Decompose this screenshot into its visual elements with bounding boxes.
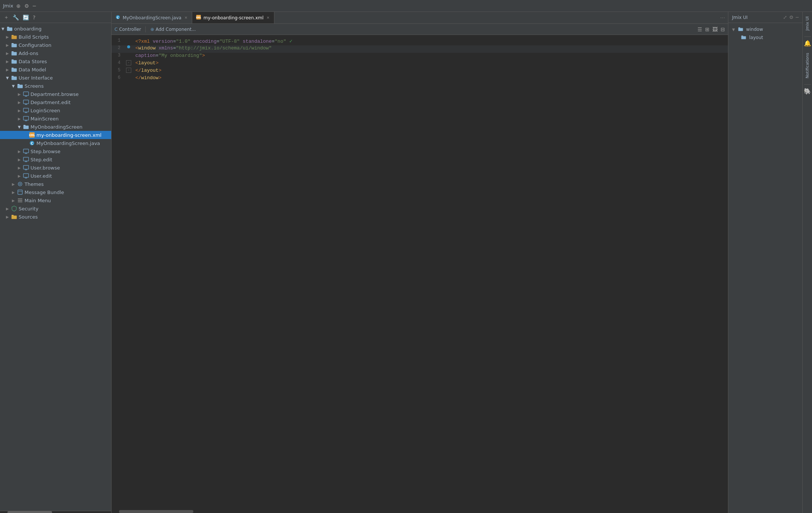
tree-icon-data-stores [11, 58, 17, 64]
fold-button-5[interactable]: - [126, 68, 131, 73]
svg-rect-34 [23, 174, 29, 177]
svg-point-38 [19, 183, 21, 185]
title-icons: ⊕ ⚙ ─ [16, 3, 36, 9]
sidebar-toolbar: ＋ 🔧 🔄 ? [0, 12, 111, 23]
help-button[interactable]: ? [32, 14, 36, 21]
minimize-icon[interactable]: ─ [33, 3, 36, 9]
tree-label-my-onboarding-xml: my-onboarding-screen.xml [36, 132, 102, 138]
sidebar-item-main-screen[interactable]: ▶MainScreen [0, 114, 111, 123]
add-button[interactable]: ＋ [3, 13, 10, 22]
tab-myonboarding-xml[interactable]: XMLmy-onboarding-screen.xml✕ [192, 12, 274, 23]
sidebar-item-themes[interactable]: ▶Themes [0, 180, 111, 188]
tab-close-myonboarding-xml[interactable]: ✕ [266, 15, 270, 20]
globe-icon[interactable]: ⊕ [16, 3, 21, 9]
tree-label-login-screen: LoginScreen [30, 108, 60, 113]
tree-arrow-user-interface: ▼ [6, 76, 11, 80]
editor-scrollbar[interactable] [112, 510, 728, 513]
settings-tool-button[interactable]: 🔧 [12, 14, 20, 21]
sidebar-item-dept-browse[interactable]: ▶Department.browse [0, 90, 111, 98]
ui-tree-item-layout[interactable]: layout [731, 33, 800, 42]
line-content-2: <window xmlns="http://jmix.io/schema/ui/… [132, 45, 728, 51]
controller-button[interactable]: C Controller [115, 27, 141, 32]
sidebar-item-sources[interactable]: ▶Sources [0, 213, 111, 221]
sidebar-item-login-screen[interactable]: ▶LoginScreen [0, 106, 111, 114]
svg-rect-8 [23, 92, 29, 96]
tree-label-step-edit: Step.edit [30, 157, 52, 162]
sidebar-item-screens[interactable]: ▼Screens [0, 82, 111, 90]
settings-icon[interactable]: ⚙ [25, 3, 29, 9]
sidebar-item-build-scripts[interactable]: ▶Build Scripts [0, 33, 111, 41]
tree-icon-dept-browse [23, 91, 29, 97]
sidebar-item-configuration[interactable]: ▶Configuration [0, 41, 111, 49]
sidebar-item-my-onboarding-xml[interactable]: XMLmy-onboarding-screen.xml [0, 131, 111, 139]
tree-icon-security [11, 206, 17, 212]
sidebar-item-onboarding[interactable]: ▼onboarding [0, 25, 111, 33]
tree-icon-build-scripts [11, 34, 17, 40]
tab-label-myonboarding-java: MyOnboardingScreen.java [123, 15, 181, 20]
tab-myonboarding-java[interactable]: CMyOnboardingScreen.java✕ [112, 12, 192, 23]
tab-icon-myonboarding-xml: XML [196, 14, 201, 21]
sidebar-item-step-browse[interactable]: ▶Step.browse [0, 147, 111, 155]
strip-divider-1 [804, 36, 811, 37]
svg-rect-5 [12, 68, 17, 72]
check-icon-1: ✓ [286, 38, 293, 44]
image-view-button[interactable]: 🖼 [712, 26, 718, 32]
tree-arrow-main-menu: ▶ [12, 199, 17, 203]
line-gutter-5: - [125, 68, 132, 73]
list-view-button[interactable]: ☰ [697, 26, 702, 32]
svg-rect-1 [12, 36, 17, 39]
fold-button-4[interactable]: - [126, 60, 131, 65]
tab-close-myonboarding-java[interactable]: ✕ [184, 15, 188, 20]
strip-divider-2 [804, 84, 811, 85]
split-view-button[interactable]: ⊞ [705, 26, 710, 32]
gear-panel-icon[interactable]: ⚙ [789, 14, 794, 20]
line-gutter-2 [125, 45, 132, 48]
line-gutter-4: - [125, 60, 132, 65]
sidebar-item-security[interactable]: ▶Security [0, 204, 111, 213]
sidebar-scrollbar[interactable] [0, 511, 111, 513]
ui-tree-item-window[interactable]: ▼window [731, 25, 800, 33]
bell-icon[interactable]: 🔔 [804, 40, 811, 47]
gradle-icon[interactable]: 🐘 [804, 88, 811, 95]
code-line-6: 6</window> [112, 75, 728, 83]
close-panel-icon[interactable]: ─ [796, 14, 799, 20]
svg-rect-4 [12, 60, 17, 64]
sidebar-item-user-edit[interactable]: ▶User.edit [0, 172, 111, 180]
tree-arrow-configuration: ▶ [6, 43, 11, 47]
refresh-button[interactable]: 🔄 [22, 14, 30, 21]
svg-rect-49 [738, 28, 743, 31]
notifications-strip-tab[interactable]: Notifications [803, 50, 811, 81]
tree-label-my-onboarding: MyOnboardingScreen [30, 124, 83, 130]
jmix-ui-strip-tab[interactable]: Jmix UI [803, 13, 811, 33]
line-content-6: </window> [132, 75, 728, 81]
sidebar-item-user-interface[interactable]: ▼User Interface [0, 74, 111, 82]
tree-icon-user-edit [23, 173, 29, 179]
editor-scrollbar-thumb [119, 510, 193, 513]
tree-label-build-scripts: Build Scripts [19, 34, 49, 40]
title-bar: Jmix ⊕ ⚙ ─ [0, 0, 812, 12]
line-number-1: 1 [112, 38, 125, 43]
expand-icon[interactable]: ⤢ [783, 14, 787, 20]
sidebar-item-data-stores[interactable]: ▶Data Stores [0, 57, 111, 65]
sidebar-item-message-bundle[interactable]: ▶Message Bundle [0, 188, 111, 196]
tree-icon-message-bundle [17, 189, 23, 195]
sidebar-item-user-browse[interactable]: ▶User.browse [0, 164, 111, 172]
line-content-4: <layout> [132, 60, 728, 66]
add-component-button[interactable]: ⊕ Add Component... [150, 27, 196, 32]
sidebar-item-data-model[interactable]: ▶Data Model [0, 65, 111, 74]
sidebar-item-dept-edit[interactable]: ▶Department.edit [0, 98, 111, 106]
code-editor[interactable]: 1<?xml version="1.0" encoding="UTF-8" st… [112, 35, 728, 510]
tab-more-button[interactable]: ⋯ [717, 12, 728, 23]
sidebar-tree: ▼onboarding▶Build Scripts▶Configuration▶… [0, 23, 111, 511]
tree-icon-main-menu [17, 197, 23, 203]
sidebar-item-my-onboarding[interactable]: ▼MyOnboardingScreen [0, 123, 111, 131]
grid-view-button[interactable]: ⊟ [721, 26, 725, 32]
tree-icon-login-screen [23, 107, 29, 113]
tree-icon-user-browse [23, 165, 29, 171]
sidebar-item-add-ons[interactable]: ▶Add-ons [0, 49, 111, 57]
sidebar-item-step-edit[interactable]: ▶Step.edit [0, 155, 111, 164]
tree-label-sources: Sources [19, 214, 38, 220]
sidebar-item-main-menu[interactable]: ▶Main Menu [0, 196, 111, 204]
code-line-5: 5- </layout> [112, 68, 728, 75]
sidebar-item-my-onboarding-java[interactable]: CMyOnboardingScreen.java [0, 139, 111, 147]
